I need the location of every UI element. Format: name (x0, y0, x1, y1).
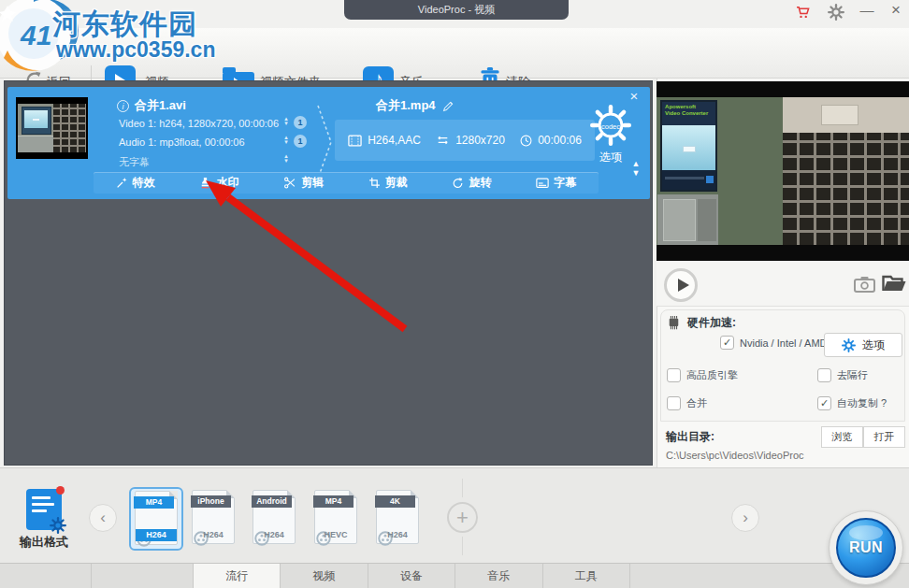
clock-icon (520, 135, 532, 147)
output-codec-item: H264,AAC (348, 134, 421, 147)
effects-wand-icon (116, 177, 128, 189)
high-quality-engine-checkbox[interactable] (667, 368, 681, 382)
watermark-stamp-icon (199, 177, 211, 189)
crop-icon (368, 177, 381, 189)
preset-scroll-right-button[interactable]: › (731, 504, 759, 532)
browse-button[interactable]: 浏览 (821, 426, 863, 448)
deinterlace-option: 去隔行 (817, 368, 868, 382)
clip-reorder-arrows[interactable]: ▲▼ (628, 159, 643, 178)
snapshot-camera-icon[interactable] (853, 276, 876, 293)
window-title: VideoProc - 视频 (344, 0, 569, 20)
options-gear-icon (842, 338, 856, 352)
chip-icon (666, 316, 682, 330)
output-dir-label: 输出目录: (666, 429, 714, 445)
preset-mp4-hevc[interactable]: MP4 HEVC (313, 490, 358, 548)
merge-checkbox[interactable] (667, 396, 681, 410)
scissors-icon (283, 177, 296, 189)
format-gear-icon (50, 517, 66, 534)
video-track-info: Video 1: h264, 1280x720, 00:00:06 (119, 118, 279, 129)
rotate-tool[interactable]: 旋转 (452, 175, 491, 191)
open-output-folder-icon[interactable] (882, 274, 907, 293)
high-quality-engine-option: 高品质引擎 (667, 368, 738, 382)
rename-pencil-icon[interactable] (442, 100, 454, 112)
auto-copy-checkbox[interactable]: ✓ (817, 396, 831, 410)
open-button[interactable]: 打开 (863, 426, 905, 448)
preview-video-frame: Apowersoft Video Converter (656, 97, 909, 245)
minimize-button[interactable]: — (856, 0, 878, 22)
preset-mp4-h264[interactable]: MP4 H264 (129, 487, 183, 551)
store-cart-icon[interactable] (794, 4, 811, 21)
tab-tools[interactable]: 工具 (543, 564, 630, 588)
videoproc-window: VideoProc - 视频 — × 返回 + 视频 + 视频文件夹 ♪ + (0, 0, 909, 588)
auto-copy-option: ✓ 自动复制 ? (817, 396, 887, 410)
close-button[interactable]: × (885, 0, 907, 22)
clip-thumbnail[interactable] (16, 97, 88, 159)
video-track-count-badge[interactable]: 1 (294, 116, 307, 129)
info-icon[interactable]: i (117, 100, 129, 112)
add-preset-button[interactable]: + (447, 502, 478, 533)
rotate-icon (452, 177, 464, 189)
output-format-icon[interactable] (26, 489, 62, 530)
audio-track-info: Audio 1: mp3float, 00:00:06 (119, 136, 245, 148)
clip-close-button[interactable]: × (625, 88, 643, 105)
output-info-box: H264,AAC 1280x720 00:00:06 (335, 120, 595, 161)
tab-device[interactable]: 设备 (368, 564, 455, 588)
preview-keyboard (783, 133, 909, 245)
hardware-options-button[interactable]: 选项 (824, 333, 902, 357)
crop-tool[interactable]: 剪裁 (368, 175, 408, 191)
preset-iphone-h264[interactable]: iPhone H264 (191, 490, 236, 548)
category-tabbar: 流行 视频 设备 音乐 工具 (0, 563, 909, 588)
run-button[interactable]: RUN (836, 518, 896, 578)
main-toolbar: 返回 + 视频 + 视频文件夹 ♪ + 音乐 清除 (0, 28, 909, 79)
codec-options-button[interactable]: codec (590, 105, 631, 148)
play-button[interactable] (664, 268, 698, 302)
output-format-label: 输出格式 (16, 534, 72, 551)
video-track-stepper[interactable]: ▲▼ (281, 117, 291, 126)
watermark-tool[interactable]: 水印 (199, 175, 238, 191)
source-output-connector (315, 103, 336, 181)
preview-monitor: Apowersoft Video Converter (660, 100, 717, 192)
preset-android-h264[interactable]: Android H264 (252, 490, 296, 548)
preview-app-title: Apowersoft Video Converter (662, 102, 715, 124)
subtitle-track-stepper[interactable]: ▲▼ (281, 154, 291, 164)
merge-option: 合并 (667, 396, 707, 410)
cut-tool[interactable]: 剪辑 (283, 175, 324, 191)
audio-track-count-badge[interactable]: 1 (294, 135, 307, 148)
source-file-name: i 合并1.avi (117, 97, 186, 114)
gpu-accel-checkbox[interactable]: ✓ (720, 336, 734, 350)
preset-4k-h264[interactable]: 4K H264 (375, 490, 420, 548)
edit-tool-strip: 特效 水印 剪辑 剪裁 (94, 172, 599, 194)
tab-video[interactable]: 视频 (281, 564, 368, 588)
tab-music[interactable]: 音乐 (455, 564, 542, 588)
subtitle-tool[interactable]: 字幕 (536, 175, 576, 191)
effects-tool[interactable]: 特效 (116, 175, 155, 191)
audio-track-stepper[interactable]: ▲▼ (281, 136, 291, 145)
output-duration-item: 00:00:06 (520, 134, 582, 147)
film-icon (348, 135, 362, 147)
subtitle-icon (536, 178, 549, 189)
output-resolution-item: 1280x720 (436, 134, 505, 147)
titlebar: VideoProc - 视频 — × (0, 0, 909, 28)
hardware-accel-row: 硬件加速: (666, 315, 736, 331)
output-dir-path: C:\Users\pc\Videos\VideoProc (666, 450, 804, 461)
preset-scroll-left-button[interactable]: ‹ (89, 504, 117, 532)
resolution-icon (436, 135, 450, 146)
settings-gear-icon[interactable] (828, 4, 844, 21)
tab-popular[interactable]: 流行 (194, 564, 281, 588)
subtitle-track-info: 无字幕 (119, 155, 150, 169)
preview-laptop (657, 194, 718, 245)
output-file-name: 合并1.mp4 (376, 97, 454, 114)
deinterlace-checkbox[interactable] (817, 368, 831, 382)
gpu-accel-option: ✓ Nvidia / Intel / AMD (720, 336, 828, 350)
codec-options-label: 选项 (590, 150, 631, 165)
